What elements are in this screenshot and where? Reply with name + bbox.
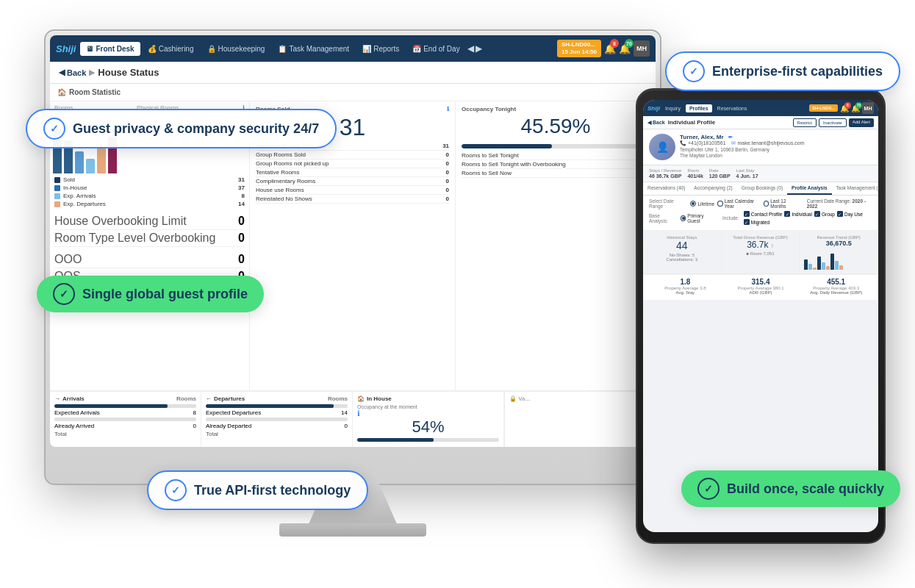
room-stat-icon: 🏠 xyxy=(57,88,66,96)
stay-total: Stays / Revenue 46 36.7k GBP xyxy=(649,168,681,179)
nav-avatar[interactable]: MH xyxy=(634,40,650,57)
tablet-nav: Shiji Inquiry Profiles Reservations SH-L… xyxy=(643,100,878,116)
nav-bar: Shiji 🖥 Front Desk 💰 Cashiering 🔒 Housek… xyxy=(50,35,656,62)
cashiering-icon: 💰 xyxy=(148,45,157,53)
arrivals-title: → Arrivals Rooms xyxy=(54,395,196,402)
breadcrumb-title: House Status xyxy=(98,67,159,78)
profile-card: 👤 Turner, Alex, Mr ✏ 📞 +41(0)18103561 ✉ … xyxy=(643,129,878,165)
rooms-sold-table: Individual Rooms Sold 31 Group Rooms Sol… xyxy=(256,142,449,204)
nav-forward-arrow[interactable]: ▶ xyxy=(476,43,482,54)
room-statistic-header: 🏠 Room Statistic xyxy=(50,84,656,101)
tab-task-management[interactable]: Task Management (10) xyxy=(832,182,878,195)
tab-accompanying[interactable]: Accompanying (2) xyxy=(689,182,736,195)
phone-icon: 📞 xyxy=(680,140,686,146)
trend-bar-1 xyxy=(804,259,808,270)
sub-row-5: House use Rooms 0 xyxy=(256,186,449,195)
nav-tab-taskmanagement[interactable]: 📋 Task Management xyxy=(272,42,355,56)
tablet-nav-right: SH-LND0... 🔔 8 🔔 70 MH xyxy=(809,102,874,114)
departures-title: ← Departures Rooms xyxy=(206,395,348,402)
arrivals-fill1 xyxy=(54,404,168,408)
nav-tab-reports[interactable]: 📊 Reports xyxy=(356,42,405,56)
cb-individual[interactable]: ✓ Individual xyxy=(784,211,811,217)
tab-group-bookings[interactable]: Group Bookings (0) xyxy=(737,182,787,195)
legend-exp-departures: Exp. Departures 14 xyxy=(54,201,245,207)
stay-last-day: Last Stay 4 Jun. 17 xyxy=(736,168,758,179)
trend-bar-7 xyxy=(830,254,834,270)
pill-build-once: ✓ Build once, scale quickly xyxy=(681,470,900,507)
nav-badge2: 70 xyxy=(625,39,634,48)
trend-bar-6 xyxy=(826,266,830,270)
nav-bell2[interactable]: 🔔 70 xyxy=(619,42,631,55)
radio-primary-guest[interactable]: Primary Guest xyxy=(681,213,714,223)
inhouse-subtitle: Occupancy at the moment xyxy=(357,404,499,409)
bar-4 xyxy=(86,159,95,173)
nav-bell1[interactable]: 🔔 8 xyxy=(604,42,616,55)
trend-bar-8 xyxy=(835,261,839,270)
arrivals-box: → Arrivals Rooms Expected Arrivals 8 xyxy=(50,392,201,447)
cb-migrated-box: ✓ xyxy=(744,219,750,225)
inhouse-i-icon: ℹ xyxy=(357,409,360,417)
tablet-logo: Shiji xyxy=(647,105,660,112)
tablet-property: SH-LND0... xyxy=(809,104,838,112)
nav-tab-cashiering[interactable]: 💰 Cashiering xyxy=(142,42,200,56)
breadcrumb-bar: ◀ Back ▶ House Status xyxy=(50,62,656,84)
cb-dayuse-box: ✓ xyxy=(837,211,843,217)
rooms-sold-info-icon: ℹ xyxy=(447,106,449,112)
breadcrumb-back[interactable]: ◀ Back xyxy=(59,68,86,77)
profile-edit-icon[interactable]: ✏ xyxy=(728,135,733,140)
tablet-back[interactable]: ◀ Back xyxy=(647,120,665,126)
ob-row-ooo: OOO 0 xyxy=(54,251,245,268)
trend-bar-5 xyxy=(822,262,825,270)
tablet-addalert-btn[interactable]: Add Alert xyxy=(849,118,874,127)
departures-bar1: Expected Departures 14 xyxy=(206,404,348,416)
reports-icon: 📊 xyxy=(362,45,371,53)
nav-back-arrow[interactable]: ◀ xyxy=(467,43,474,54)
tablet-bell1[interactable]: 🔔 8 xyxy=(840,104,849,112)
inhouse-bar xyxy=(357,438,499,442)
date-range-options: Lifetime Last Calendar Year Last 12 Mont… xyxy=(690,198,799,209)
tablet-tab-profiles[interactable]: Profiles xyxy=(686,104,712,112)
tablet-avatar[interactable]: MH xyxy=(862,102,874,114)
frontdesk-icon: 🖥 xyxy=(86,45,93,53)
radio-lifetime[interactable]: Lifetime xyxy=(690,198,714,209)
tablet-tab-inquiry[interactable]: Inquiry xyxy=(661,104,684,112)
occupancy-bar-fill xyxy=(462,144,552,148)
cb-contact-profile[interactable]: ✓ Contact Profile xyxy=(744,211,783,217)
bm-adr: 315.4 Property Average 380.1 ADR (GBP) xyxy=(725,278,797,295)
legend-dot-departures xyxy=(54,201,60,207)
trend-up-icon: ↑ xyxy=(771,243,774,249)
trend-chart xyxy=(804,249,873,270)
cb-individual-box: ✓ xyxy=(784,211,790,217)
arrivals-bar2: Already Arrived 0 xyxy=(54,417,196,429)
nav-tab-housekeeping[interactable]: 🔒 Housekeeping xyxy=(201,42,271,56)
cb-migrated[interactable]: ✓ Migrated xyxy=(744,219,769,225)
pill-guest-profile: ✓ Single global guest profile xyxy=(37,276,264,312)
cb-dayuse[interactable]: ✓ Day Use xyxy=(837,211,863,217)
cb-group[interactable]: ✓ Group xyxy=(814,211,835,217)
tab-reservations[interactable]: Reservations (40) xyxy=(643,182,689,195)
nav-logo: Shiji xyxy=(56,43,76,54)
pill-check-5: ✓ xyxy=(697,478,720,500)
sub-row-6: Reinstated No Shows 0 xyxy=(256,195,449,204)
tablet-bell2[interactable]: 🔔 70 xyxy=(851,104,860,112)
radio-last12[interactable]: Last 12 Months xyxy=(764,198,800,209)
bm-avg-stay: 1.8 Property Average 3.8 Avg. Stay xyxy=(649,278,722,295)
profile-address: Templhofer Ufer 1, 10963 Berlin, Germany xyxy=(680,147,872,152)
pill-guest-privacy: ✓ Guest privacy & company security 24/7 xyxy=(26,109,337,148)
endofday-icon: 📅 xyxy=(412,45,421,53)
inhouse-box: 🏠 In House Occupancy at the moment ℹ 54% xyxy=(353,392,504,447)
radio-last-cal[interactable]: Last Calendar Year xyxy=(717,198,761,209)
tablet-actions: Restrict Inactivate Add Alert xyxy=(793,118,874,127)
nav-tab-endofday[interactable]: 📅 End of Day xyxy=(406,42,465,56)
nav-property-badge: SH-LND00... 15 Jun 14:50 xyxy=(557,40,601,58)
radio-lastcal-dot xyxy=(717,201,722,207)
tablet-restrict-btn[interactable]: Restrict xyxy=(793,118,817,127)
nav-tab-frontdesk[interactable]: 🖥 Front Desk xyxy=(80,42,140,56)
tablet-inactivate-btn[interactable]: Inactivate xyxy=(819,118,847,127)
tablet-tab-reservations[interactable]: Reservations xyxy=(714,104,751,112)
tab-profile-analysis[interactable]: Profile Analysis xyxy=(787,182,832,195)
profile-stay-info: Stays / Revenue 46 36.7k GBP Room 401/4k… xyxy=(643,165,878,182)
pill-enterprise-first: ✓ Enterprise-first capabilities xyxy=(665,51,900,91)
inhouse-percent: 54% xyxy=(357,417,499,437)
occupancy-bar xyxy=(462,144,650,148)
